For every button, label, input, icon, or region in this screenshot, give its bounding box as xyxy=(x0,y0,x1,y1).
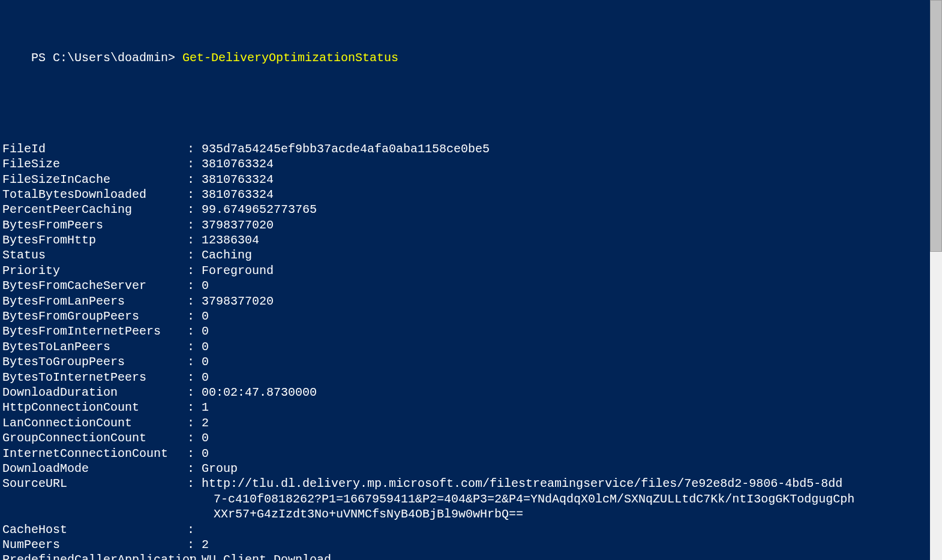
output-row: BytesToLanPeers: 0 xyxy=(2,339,940,354)
property-separator: : xyxy=(187,156,202,171)
property-value: 3798377020 xyxy=(202,294,274,309)
property-value: Foreground xyxy=(202,263,274,278)
property-value-continuation: 7-c410f0818262?P1=1667959411&P2=404&P3=2… xyxy=(2,492,865,507)
property-value: 0 xyxy=(202,339,209,354)
output-row: LanConnectionCount: 2 xyxy=(2,416,940,430)
property-value-continuation: XXr57+G4zIzdt3No+uVNMCfsNyB4OBjBl9w0wHrb… xyxy=(2,507,865,522)
property-separator: : xyxy=(187,370,202,385)
property-value: 0 xyxy=(202,278,209,293)
property-key: BytesToInternetPeers xyxy=(2,370,187,385)
property-value: 12386304 xyxy=(202,233,259,248)
property-value: Group xyxy=(202,461,238,476)
property-key: BytesFromCacheServer xyxy=(2,278,187,293)
property-key: BytesFromHttp xyxy=(2,233,187,248)
property-separator: : xyxy=(187,218,202,233)
output-body: FileId: 935d7a54245ef9bb37acde4afa0aba11… xyxy=(2,141,940,560)
property-key: LanConnectionCount xyxy=(2,416,187,430)
property-value: 0 xyxy=(202,446,209,461)
property-separator: : xyxy=(187,187,202,202)
output-row: BytesFromGroupPeers: 0 xyxy=(2,309,940,324)
property-value: 2 xyxy=(202,537,209,552)
output-row: BytesFromPeers: 3798377020 xyxy=(2,218,940,233)
output-row: DownloadMode: Group xyxy=(2,461,940,476)
property-value: 0 xyxy=(202,430,209,445)
output-row: BytesFromCacheServer: 0 xyxy=(2,278,940,293)
property-key: InternetConnectionCount xyxy=(2,446,187,461)
property-key: BytesFromGroupPeers xyxy=(2,309,187,324)
property-separator: : xyxy=(187,324,202,339)
property-key: TotalBytesDownloaded xyxy=(2,187,187,202)
property-separator: : xyxy=(187,385,202,400)
output-row: FileSizeInCache: 3810763324 xyxy=(2,172,940,187)
property-value: 0 xyxy=(202,354,209,369)
property-separator: : xyxy=(187,537,202,552)
output-row: BytesToInternetPeers: 0 xyxy=(2,370,940,385)
property-value: WU Client Download xyxy=(202,552,331,560)
vertical-scrollbar[interactable] xyxy=(930,0,942,560)
property-key: FileSize xyxy=(2,156,187,171)
property-value: 3810763324 xyxy=(202,187,274,202)
terminal-output[interactable]: PS C:\Users\doadmin> Get-DeliveryOptimiz… xyxy=(2,5,940,560)
output-row: BytesFromHttp: 12386304 xyxy=(2,233,940,248)
property-key: BytesToLanPeers xyxy=(2,339,187,354)
property-key: SourceURL xyxy=(2,476,187,491)
property-value: 3810763324 xyxy=(202,172,274,187)
property-key: PredefinedCallerApplication xyxy=(2,552,187,560)
property-key: GroupConnectionCount xyxy=(2,430,187,445)
property-key: DownloadMode xyxy=(2,461,187,476)
scrollbar-thumb[interactable] xyxy=(930,0,942,252)
property-value: 99.6749652773765 xyxy=(202,202,317,217)
property-value: 0 xyxy=(202,370,209,385)
property-separator: : xyxy=(187,172,202,187)
property-separator: : xyxy=(187,141,202,156)
property-separator: : xyxy=(187,416,202,430)
property-value: 3810763324 xyxy=(202,156,274,171)
property-separator: : xyxy=(187,354,202,369)
property-separator: : xyxy=(187,461,202,476)
property-key: BytesFromLanPeers xyxy=(2,294,187,309)
output-row: FileId: 935d7a54245ef9bb37acde4afa0aba11… xyxy=(2,141,940,156)
output-row: SourceURL: http://tlu.dl.delivery.mp.mic… xyxy=(2,476,940,491)
output-row: CacheHost: xyxy=(2,522,940,537)
property-separator: : xyxy=(187,522,202,537)
output-row: DownloadDuration: 00:02:47.8730000 xyxy=(2,385,940,400)
property-key: NumPeers xyxy=(2,537,187,552)
output-row: InternetConnectionCount: 0 xyxy=(2,446,940,461)
output-row: HttpConnectionCount: 1 xyxy=(2,400,940,415)
output-row: Status: Caching xyxy=(2,248,940,263)
output-row: Priority: Foreground xyxy=(2,263,940,278)
property-separator: : xyxy=(187,430,202,445)
property-value: http://tlu.dl.delivery.mp.microsoft.com/… xyxy=(202,476,842,491)
output-row: PercentPeerCaching: 99.6749652773765 xyxy=(2,202,940,217)
property-separator: : xyxy=(187,476,202,491)
property-key: PercentPeerCaching xyxy=(2,202,187,217)
property-separator: : xyxy=(187,233,202,248)
property-key: BytesFromInternetPeers xyxy=(2,324,187,339)
property-key: DownloadDuration xyxy=(2,385,187,400)
property-key: FileId xyxy=(2,141,187,156)
output-row: BytesFromInternetPeers: 0 xyxy=(2,324,940,339)
property-separator: : xyxy=(187,263,202,278)
property-key: BytesToGroupPeers xyxy=(2,354,187,369)
output-row: NumPeers: 2 xyxy=(2,537,940,552)
property-value: 00:02:47.8730000 xyxy=(202,385,317,400)
property-value: 3798377020 xyxy=(202,218,274,233)
output-row: GroupConnectionCount: 0 xyxy=(2,430,940,445)
output-row: BytesToGroupPeers: 0 xyxy=(2,354,940,369)
property-value: 935d7a54245ef9bb37acde4afa0aba1158ce0be5 xyxy=(202,141,490,156)
output-row: TotalBytesDownloaded: 3810763324 xyxy=(2,187,940,202)
property-key: Status xyxy=(2,248,187,263)
property-separator: : xyxy=(187,400,202,415)
prompt-command: Get-DeliveryOptimizationStatus xyxy=(182,51,398,65)
property-separator: : xyxy=(187,552,202,560)
property-value: 0 xyxy=(202,324,209,339)
prompt-line: PS C:\Users\doadmin> Get-DeliveryOptimiz… xyxy=(2,35,940,81)
property-value: Caching xyxy=(202,248,252,263)
property-separator: : xyxy=(187,248,202,263)
prompt-prefix: PS C:\Users\doadmin> xyxy=(31,51,182,65)
property-value: 1 xyxy=(202,400,209,415)
property-separator: : xyxy=(187,309,202,324)
property-value: 2 xyxy=(202,416,209,430)
output-row: FileSize: 3810763324 xyxy=(2,156,940,171)
property-value: 0 xyxy=(202,309,209,324)
